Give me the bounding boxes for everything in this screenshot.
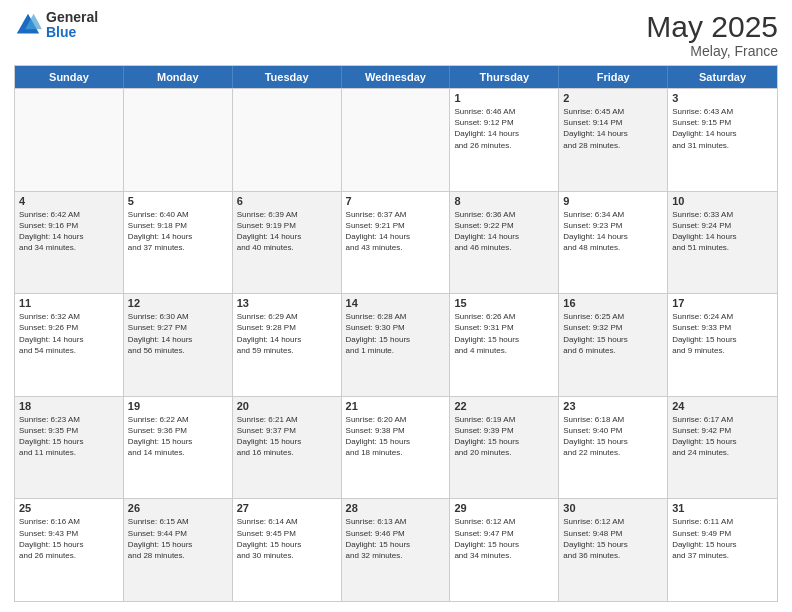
calendar: SundayMondayTuesdayWednesdayThursdayFrid… — [14, 65, 778, 602]
day-number: 15 — [454, 297, 554, 309]
weekday-header: Friday — [559, 66, 668, 88]
cell-info: Sunrise: 6:26 AM Sunset: 9:31 PM Dayligh… — [454, 311, 554, 356]
calendar-cell: 28Sunrise: 6:13 AM Sunset: 9:46 PM Dayli… — [342, 499, 451, 601]
calendar-cell: 12Sunrise: 6:30 AM Sunset: 9:27 PM Dayli… — [124, 294, 233, 396]
calendar-cell: 8Sunrise: 6:36 AM Sunset: 9:22 PM Daylig… — [450, 192, 559, 294]
cell-info: Sunrise: 6:36 AM Sunset: 9:22 PM Dayligh… — [454, 209, 554, 254]
cell-info: Sunrise: 6:42 AM Sunset: 9:16 PM Dayligh… — [19, 209, 119, 254]
calendar-cell: 10Sunrise: 6:33 AM Sunset: 9:24 PM Dayli… — [668, 192, 777, 294]
logo-icon — [14, 11, 42, 39]
calendar-cell: 11Sunrise: 6:32 AM Sunset: 9:26 PM Dayli… — [15, 294, 124, 396]
day-number: 16 — [563, 297, 663, 309]
logo-blue-text: Blue — [46, 25, 98, 40]
calendar-cell — [233, 89, 342, 191]
day-number: 30 — [563, 502, 663, 514]
cell-info: Sunrise: 6:25 AM Sunset: 9:32 PM Dayligh… — [563, 311, 663, 356]
calendar-cell: 15Sunrise: 6:26 AM Sunset: 9:31 PM Dayli… — [450, 294, 559, 396]
day-number: 13 — [237, 297, 337, 309]
calendar-cell: 16Sunrise: 6:25 AM Sunset: 9:32 PM Dayli… — [559, 294, 668, 396]
weekday-header: Monday — [124, 66, 233, 88]
cell-info: Sunrise: 6:18 AM Sunset: 9:40 PM Dayligh… — [563, 414, 663, 459]
main-title: May 2025 — [646, 10, 778, 43]
cell-info: Sunrise: 6:33 AM Sunset: 9:24 PM Dayligh… — [672, 209, 773, 254]
calendar-header: SundayMondayTuesdayWednesdayThursdayFrid… — [15, 66, 777, 88]
calendar-row: 1Sunrise: 6:46 AM Sunset: 9:12 PM Daylig… — [15, 88, 777, 191]
calendar-cell: 21Sunrise: 6:20 AM Sunset: 9:38 PM Dayli… — [342, 397, 451, 499]
calendar-cell: 31Sunrise: 6:11 AM Sunset: 9:49 PM Dayli… — [668, 499, 777, 601]
day-number: 27 — [237, 502, 337, 514]
day-number: 20 — [237, 400, 337, 412]
calendar-cell: 18Sunrise: 6:23 AM Sunset: 9:35 PM Dayli… — [15, 397, 124, 499]
day-number: 4 — [19, 195, 119, 207]
calendar-cell: 1Sunrise: 6:46 AM Sunset: 9:12 PM Daylig… — [450, 89, 559, 191]
day-number: 19 — [128, 400, 228, 412]
day-number: 17 — [672, 297, 773, 309]
cell-info: Sunrise: 6:24 AM Sunset: 9:33 PM Dayligh… — [672, 311, 773, 356]
calendar-cell: 23Sunrise: 6:18 AM Sunset: 9:40 PM Dayli… — [559, 397, 668, 499]
cell-info: Sunrise: 6:20 AM Sunset: 9:38 PM Dayligh… — [346, 414, 446, 459]
calendar-cell: 4Sunrise: 6:42 AM Sunset: 9:16 PM Daylig… — [15, 192, 124, 294]
calendar-cell: 3Sunrise: 6:43 AM Sunset: 9:15 PM Daylig… — [668, 89, 777, 191]
calendar-cell: 24Sunrise: 6:17 AM Sunset: 9:42 PM Dayli… — [668, 397, 777, 499]
cell-info: Sunrise: 6:11 AM Sunset: 9:49 PM Dayligh… — [672, 516, 773, 561]
day-number: 3 — [672, 92, 773, 104]
day-number: 21 — [346, 400, 446, 412]
calendar-cell: 29Sunrise: 6:12 AM Sunset: 9:47 PM Dayli… — [450, 499, 559, 601]
calendar-cell: 30Sunrise: 6:12 AM Sunset: 9:48 PM Dayli… — [559, 499, 668, 601]
logo: General Blue — [14, 10, 98, 41]
calendar-cell — [15, 89, 124, 191]
cell-info: Sunrise: 6:15 AM Sunset: 9:44 PM Dayligh… — [128, 516, 228, 561]
weekday-header: Thursday — [450, 66, 559, 88]
cell-info: Sunrise: 6:12 AM Sunset: 9:47 PM Dayligh… — [454, 516, 554, 561]
calendar-body: 1Sunrise: 6:46 AM Sunset: 9:12 PM Daylig… — [15, 88, 777, 601]
calendar-cell — [342, 89, 451, 191]
calendar-cell: 14Sunrise: 6:28 AM Sunset: 9:30 PM Dayli… — [342, 294, 451, 396]
calendar-cell: 25Sunrise: 6:16 AM Sunset: 9:43 PM Dayli… — [15, 499, 124, 601]
calendar-row: 11Sunrise: 6:32 AM Sunset: 9:26 PM Dayli… — [15, 293, 777, 396]
day-number: 23 — [563, 400, 663, 412]
cell-info: Sunrise: 6:21 AM Sunset: 9:37 PM Dayligh… — [237, 414, 337, 459]
cell-info: Sunrise: 6:22 AM Sunset: 9:36 PM Dayligh… — [128, 414, 228, 459]
day-number: 1 — [454, 92, 554, 104]
calendar-row: 4Sunrise: 6:42 AM Sunset: 9:16 PM Daylig… — [15, 191, 777, 294]
cell-info: Sunrise: 6:45 AM Sunset: 9:14 PM Dayligh… — [563, 106, 663, 151]
weekday-header: Saturday — [668, 66, 777, 88]
cell-info: Sunrise: 6:19 AM Sunset: 9:39 PM Dayligh… — [454, 414, 554, 459]
cell-info: Sunrise: 6:17 AM Sunset: 9:42 PM Dayligh… — [672, 414, 773, 459]
calendar-cell: 17Sunrise: 6:24 AM Sunset: 9:33 PM Dayli… — [668, 294, 777, 396]
cell-info: Sunrise: 6:32 AM Sunset: 9:26 PM Dayligh… — [19, 311, 119, 356]
calendar-row: 25Sunrise: 6:16 AM Sunset: 9:43 PM Dayli… — [15, 498, 777, 601]
calendar-row: 18Sunrise: 6:23 AM Sunset: 9:35 PM Dayli… — [15, 396, 777, 499]
weekday-header: Tuesday — [233, 66, 342, 88]
cell-info: Sunrise: 6:37 AM Sunset: 9:21 PM Dayligh… — [346, 209, 446, 254]
day-number: 6 — [237, 195, 337, 207]
cell-info: Sunrise: 6:30 AM Sunset: 9:27 PM Dayligh… — [128, 311, 228, 356]
calendar-cell: 9Sunrise: 6:34 AM Sunset: 9:23 PM Daylig… — [559, 192, 668, 294]
calendar-cell: 20Sunrise: 6:21 AM Sunset: 9:37 PM Dayli… — [233, 397, 342, 499]
cell-info: Sunrise: 6:14 AM Sunset: 9:45 PM Dayligh… — [237, 516, 337, 561]
day-number: 26 — [128, 502, 228, 514]
cell-info: Sunrise: 6:13 AM Sunset: 9:46 PM Dayligh… — [346, 516, 446, 561]
day-number: 11 — [19, 297, 119, 309]
cell-info: Sunrise: 6:39 AM Sunset: 9:19 PM Dayligh… — [237, 209, 337, 254]
day-number: 7 — [346, 195, 446, 207]
day-number: 8 — [454, 195, 554, 207]
cell-info: Sunrise: 6:46 AM Sunset: 9:12 PM Dayligh… — [454, 106, 554, 151]
calendar-cell: 27Sunrise: 6:14 AM Sunset: 9:45 PM Dayli… — [233, 499, 342, 601]
day-number: 24 — [672, 400, 773, 412]
day-number: 28 — [346, 502, 446, 514]
day-number: 18 — [19, 400, 119, 412]
cell-info: Sunrise: 6:43 AM Sunset: 9:15 PM Dayligh… — [672, 106, 773, 151]
day-number: 25 — [19, 502, 119, 514]
page-header: General Blue May 2025 Melay, France — [14, 10, 778, 59]
calendar-cell: 13Sunrise: 6:29 AM Sunset: 9:28 PM Dayli… — [233, 294, 342, 396]
cell-info: Sunrise: 6:29 AM Sunset: 9:28 PM Dayligh… — [237, 311, 337, 356]
subtitle: Melay, France — [646, 43, 778, 59]
day-number: 5 — [128, 195, 228, 207]
day-number: 22 — [454, 400, 554, 412]
day-number: 31 — [672, 502, 773, 514]
day-number: 14 — [346, 297, 446, 309]
day-number: 29 — [454, 502, 554, 514]
cell-info: Sunrise: 6:16 AM Sunset: 9:43 PM Dayligh… — [19, 516, 119, 561]
calendar-cell: 22Sunrise: 6:19 AM Sunset: 9:39 PM Dayli… — [450, 397, 559, 499]
